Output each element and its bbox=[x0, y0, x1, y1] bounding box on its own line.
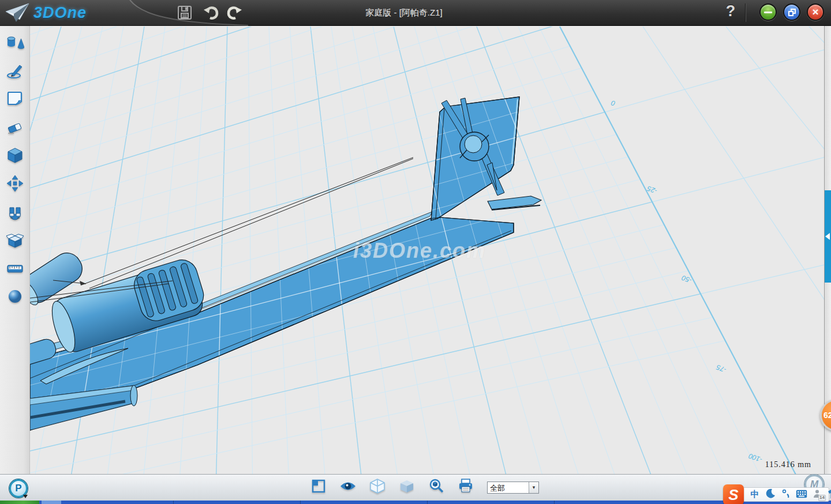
move-icon bbox=[6, 175, 24, 194]
zoom-icon bbox=[428, 478, 444, 497]
panel-expand-handle[interactable] bbox=[825, 190, 831, 283]
start-button-edge[interactable] bbox=[0, 501, 39, 504]
zoom-view-button[interactable] bbox=[428, 479, 444, 495]
tshirt-icon bbox=[828, 489, 831, 501]
sogou-logo[interactable]: S bbox=[723, 484, 744, 504]
dropdown-arrow-button[interactable]: ▾ bbox=[529, 482, 538, 493]
sketch-tool[interactable] bbox=[4, 61, 26, 82]
save-button[interactable] bbox=[175, 3, 194, 22]
redo-button[interactable] bbox=[225, 3, 245, 22]
ime-icons: 中14 bbox=[750, 490, 831, 500]
user-count-badge: 14 bbox=[818, 495, 826, 501]
left-toolbar bbox=[0, 26, 30, 474]
eraser-icon bbox=[6, 118, 24, 138]
3done-app-window: 3DOne 家庭版 - [阿帕奇.Z1] ? bbox=[0, 0, 831, 504]
sketch-plane-tool[interactable] bbox=[4, 89, 26, 110]
close-icon: × bbox=[812, 6, 818, 17]
right-panel-strip: 62 bbox=[824, 26, 831, 474]
view-plane-icon bbox=[311, 479, 326, 496]
help-button[interactable]: ? bbox=[720, 2, 741, 23]
measure-tool[interactable] bbox=[4, 259, 26, 280]
ime-toolbar: S 中14 bbox=[734, 487, 829, 502]
eye-icon bbox=[339, 480, 357, 495]
assembly-magnet-tool[interactable] bbox=[4, 202, 26, 223]
redo-icon bbox=[226, 5, 244, 21]
sphere-icon bbox=[6, 288, 24, 307]
chinese-mode-button[interactable]: 中 bbox=[750, 490, 760, 500]
chinese-icon: 中 bbox=[751, 489, 759, 500]
viewport-canvas[interactable]: i3DOne.com 115.416 mm 0-25-50-75-100 bbox=[30, 26, 824, 474]
app-logo-text: 3DOne bbox=[33, 4, 87, 22]
restore-button[interactable] bbox=[783, 3, 800, 21]
display-filter-dropdown[interactable]: 全部 ▾ bbox=[487, 482, 539, 494]
move-tool[interactable] bbox=[4, 174, 26, 195]
moon-icon bbox=[765, 488, 776, 501]
view-toolbar: 全部 ▾ bbox=[310, 479, 539, 495]
app-logo: 3DOne bbox=[5, 2, 87, 23]
chevron-down-icon: ▾ bbox=[533, 484, 536, 490]
fullhalf-moon-button[interactable] bbox=[765, 490, 776, 500]
visibility-button[interactable] bbox=[340, 479, 356, 495]
status-bar: P 全部 ▾ M S 中14 bbox=[0, 474, 831, 501]
shaded-display-button[interactable] bbox=[399, 479, 415, 495]
combine-tool[interactable] bbox=[4, 231, 26, 251]
plane-icon bbox=[6, 90, 24, 110]
measure-icon bbox=[6, 259, 24, 279]
punctuation-button[interactable] bbox=[781, 490, 791, 500]
magnet-icon bbox=[6, 203, 24, 223]
minimize-icon bbox=[764, 12, 772, 13]
title-bar: 3DOne 家庭版 - [阿帕奇.Z1] ? bbox=[0, 0, 831, 26]
combine-icon bbox=[6, 231, 24, 251]
grid-boundary-line bbox=[560, 27, 796, 474]
material-tool[interactable] bbox=[4, 287, 26, 308]
titlebar-separator bbox=[746, 3, 746, 22]
wireframe-display-button[interactable] bbox=[369, 479, 385, 495]
window-title: 家庭版 - [阿帕奇.Z1] bbox=[242, 0, 566, 26]
restore-icon bbox=[788, 9, 796, 16]
paper-plane-icon bbox=[5, 2, 30, 23]
chevron-left-icon bbox=[825, 233, 830, 240]
dimension-readout: 115.416 mm bbox=[765, 460, 811, 469]
sketch-icon bbox=[6, 62, 24, 81]
primitives-tool[interactable] bbox=[4, 33, 26, 54]
filter-value: 全部 bbox=[488, 482, 529, 493]
skin-button[interactable] bbox=[828, 490, 831, 500]
save-icon bbox=[177, 5, 193, 21]
soft-keyboard-button[interactable] bbox=[796, 490, 807, 500]
print-button[interactable] bbox=[458, 479, 474, 495]
wireframe-cube-icon bbox=[369, 478, 385, 497]
undo-button[interactable] bbox=[201, 3, 220, 22]
taskbar-edge[interactable] bbox=[0, 501, 831, 504]
taskbar-item-edge[interactable] bbox=[42, 501, 61, 504]
punctuation-icon bbox=[781, 488, 791, 501]
eraser-tool[interactable] bbox=[4, 118, 26, 138]
shaded-cube-icon bbox=[399, 478, 415, 497]
3d-scene[interactable] bbox=[30, 27, 824, 474]
solid-edit-tool[interactable] bbox=[4, 146, 26, 167]
cube-icon bbox=[6, 146, 24, 166]
printer-icon bbox=[458, 479, 474, 496]
user-level-button[interactable]: 14 bbox=[812, 490, 822, 500]
undo-icon bbox=[202, 5, 219, 21]
view-plane-button[interactable] bbox=[310, 479, 327, 495]
profile-caret-icon[interactable] bbox=[23, 495, 28, 498]
keyboard-icon bbox=[796, 490, 807, 500]
minimize-button[interactable] bbox=[759, 3, 777, 21]
primitives-icon bbox=[6, 33, 24, 53]
close-button[interactable]: × bbox=[807, 3, 824, 21]
